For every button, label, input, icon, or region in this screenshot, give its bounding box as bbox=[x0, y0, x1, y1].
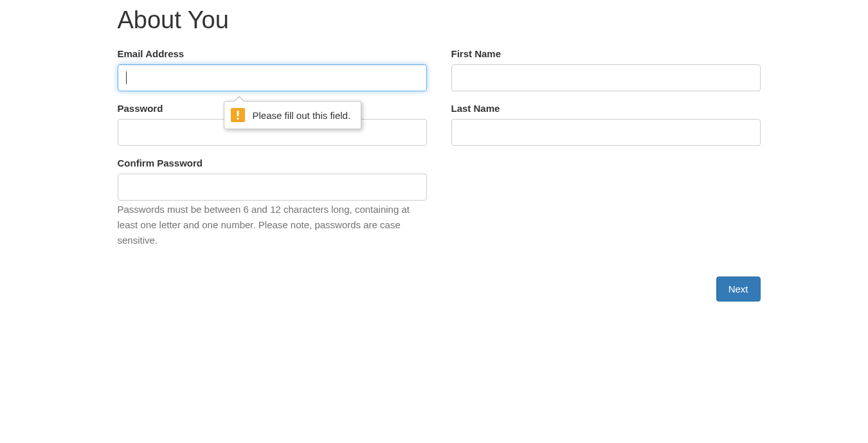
next-button[interactable]: Next bbox=[716, 276, 761, 302]
svg-rect-1 bbox=[237, 118, 239, 120]
confirm-password-label: Confirm Password bbox=[118, 158, 427, 168]
last-name-label: Last Name bbox=[451, 103, 761, 114]
first-name-input[interactable] bbox=[451, 64, 761, 91]
email-input[interactable] bbox=[118, 64, 427, 91]
confirm-password-input[interactable] bbox=[118, 174, 427, 201]
validation-tooltip: Please fill out this field. bbox=[224, 101, 362, 129]
warning-icon bbox=[231, 108, 245, 122]
svg-rect-0 bbox=[237, 111, 239, 116]
text-cursor bbox=[126, 71, 127, 84]
page-title: About You bbox=[118, 6, 761, 34]
validation-message: Please fill out this field. bbox=[253, 110, 351, 121]
last-name-input[interactable] bbox=[451, 119, 761, 146]
password-help-text: Passwords must be between 6 and 12 chara… bbox=[118, 202, 427, 248]
email-label: Email Address bbox=[118, 48, 427, 59]
first-name-label: First Name bbox=[451, 48, 761, 59]
